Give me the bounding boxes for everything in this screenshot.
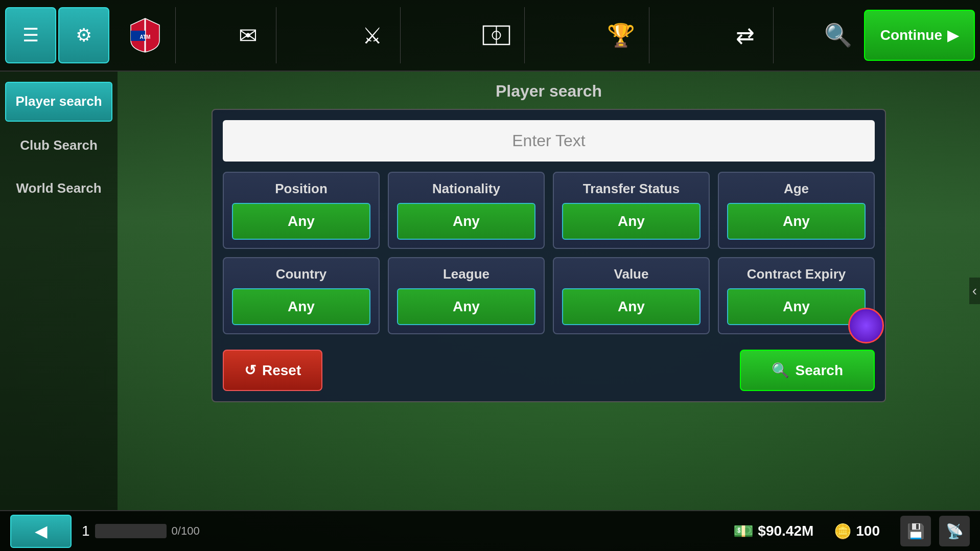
reset-label: Reset xyxy=(262,362,301,379)
collapse-arrow[interactable]: ‹ xyxy=(969,278,980,304)
pitch-icon[interactable] xyxy=(469,7,525,63)
search-label: Search xyxy=(796,362,843,379)
league-filter[interactable]: League Any xyxy=(388,257,545,334)
mail-icon[interactable]: ✉ xyxy=(220,7,276,63)
league-value[interactable]: Any xyxy=(397,288,535,325)
topbar: ☰ ⚙ ATM ✉ ⚔ 🏆 ⇄ 🔍 Continue ▶ xyxy=(0,0,980,72)
value-value[interactable]: Any xyxy=(562,288,701,325)
back-icon: ◀ xyxy=(35,521,48,541)
nationality-value[interactable]: Any xyxy=(397,203,535,240)
age-label: Age xyxy=(727,181,866,197)
position-filter[interactable]: Position Any xyxy=(223,172,380,249)
coins-amount: 100 xyxy=(856,523,880,539)
continue-button[interactable]: Continue ▶ xyxy=(864,10,975,61)
age-value[interactable]: Any xyxy=(727,203,866,240)
continue-arrow-icon: ▶ xyxy=(947,27,959,44)
search-panel: Enter Text Position Any Nationality Any … xyxy=(212,109,886,402)
nationality-label: Nationality xyxy=(397,181,535,197)
progress-bar xyxy=(95,524,167,538)
transfer-status-label: Transfer Status xyxy=(562,181,701,197)
transfers-icon[interactable]: ⇄ xyxy=(717,7,774,63)
feed-icon[interactable]: 📡 xyxy=(939,516,970,546)
sidebar-item-world-search[interactable]: World Search xyxy=(5,170,112,208)
position-value[interactable]: Any xyxy=(232,203,370,240)
value-label: Value xyxy=(562,266,701,282)
tactics-icon[interactable]: ⚔ xyxy=(344,7,401,63)
bottom-actions: ↺ Reset 🔍 Search xyxy=(223,345,875,391)
transfer-status-value[interactable]: Any xyxy=(562,203,701,240)
sidebar-item-club-search[interactable]: Club Search xyxy=(5,127,112,165)
money-icon: 💵 xyxy=(733,521,754,541)
pitch-svg xyxy=(482,25,510,45)
svg-text:ATM: ATM xyxy=(139,34,150,40)
turn-indicator: 1 0/100 xyxy=(82,523,200,539)
progress-text: 0/100 xyxy=(172,524,200,538)
nav-icons: ✉ ⚔ 🏆 ⇄ xyxy=(176,7,818,63)
league-label: League xyxy=(397,266,535,282)
reset-icon: ↺ xyxy=(244,362,256,379)
country-filter[interactable]: Country Any xyxy=(223,257,380,334)
sidebar-player-search-label: Player search xyxy=(15,94,102,109)
continue-label: Continue xyxy=(880,27,942,43)
reset-button[interactable]: ↺ Reset xyxy=(223,350,322,391)
coins-display: 🪙 100 xyxy=(834,523,880,540)
text-input-placeholder: Enter Text xyxy=(512,131,585,150)
player-name-input[interactable]: Enter Text xyxy=(223,120,875,162)
atletico-logo-icon: ATM xyxy=(130,17,160,53)
back-button[interactable]: ◀ xyxy=(10,515,72,548)
search-icon: 🔍 xyxy=(772,362,789,379)
age-filter[interactable]: Age Any xyxy=(718,172,875,249)
value-filter[interactable]: Value Any xyxy=(553,257,710,334)
main-content: Player search Enter Text Position Any Na… xyxy=(118,72,980,510)
country-value[interactable]: Any xyxy=(232,288,370,325)
money-amount: $90.42M xyxy=(758,523,813,539)
nationality-filter[interactable]: Nationality Any xyxy=(388,172,545,249)
club-logo[interactable]: ATM xyxy=(114,7,176,63)
settings-button[interactable]: ⚙ xyxy=(58,7,109,63)
contract-expiry-label: Contract Expiry xyxy=(727,266,866,282)
bottom-icons: 💾 📡 xyxy=(900,516,970,546)
sidebar: Player search Club Search World Search xyxy=(0,72,118,510)
country-label: Country xyxy=(232,266,370,282)
filter-grid: Position Any Nationality Any Transfer St… xyxy=(223,172,875,334)
transfer-status-filter[interactable]: Transfer Status Any xyxy=(553,172,710,249)
sidebar-club-search-label: Club Search xyxy=(20,137,98,153)
position-label: Position xyxy=(232,181,370,197)
menu-button[interactable]: ☰ xyxy=(5,7,56,63)
search-button[interactable]: 🔍 Search xyxy=(740,350,875,391)
page-title: Player search xyxy=(128,82,970,101)
bottombar: ◀ 1 0/100 💵 $90.42M 🪙 100 💾 📡 xyxy=(0,510,980,551)
coins-icon: 🪙 xyxy=(834,523,852,540)
contract-expiry-value[interactable]: Any xyxy=(727,288,866,325)
money-display: 💵 $90.42M xyxy=(733,521,813,541)
turn-number: 1 xyxy=(82,523,90,539)
search-nav-icon[interactable]: 🔍 xyxy=(818,7,859,63)
save-icon[interactable]: 💾 xyxy=(900,516,931,546)
contract-expiry-filter[interactable]: Contract Expiry Any xyxy=(718,257,875,334)
trophy-icon[interactable]: 🏆 xyxy=(593,7,649,63)
sidebar-world-search-label: World Search xyxy=(16,180,101,196)
sidebar-item-player-search[interactable]: Player search xyxy=(5,82,112,122)
